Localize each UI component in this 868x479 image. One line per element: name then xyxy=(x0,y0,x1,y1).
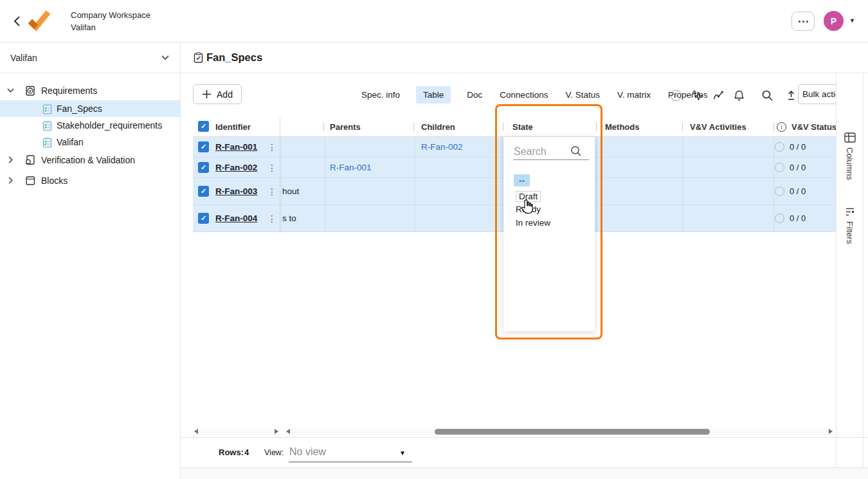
column-header-methods[interactable]: Methods xyxy=(605,122,639,132)
back-button[interactable] xyxy=(9,14,24,29)
column-header-children[interactable]: Children xyxy=(421,122,455,132)
rows-count-value: 4 xyxy=(244,447,249,457)
columns-panel-label: Columns xyxy=(845,147,854,180)
page-title: Fan_Specs xyxy=(206,51,262,64)
scroll-right-icon[interactable] xyxy=(829,429,833,434)
filters-panel-toggle[interactable]: Filters xyxy=(836,207,863,244)
vv-status-circle-icon xyxy=(775,186,784,196)
sidebar-item-label: Requirements xyxy=(41,86,97,96)
option-in-review[interactable]: In review xyxy=(516,218,550,228)
valispace-logo-icon[interactable] xyxy=(27,9,51,33)
user-avatar[interactable]: P xyxy=(824,11,844,31)
tab-doc[interactable]: Doc xyxy=(466,86,484,104)
chevron-down-icon[interactable] xyxy=(6,86,15,95)
tab-spec-info[interactable]: Spec. info xyxy=(360,86,401,104)
view-select-value: No view xyxy=(289,446,326,458)
spec-clipboard-icon xyxy=(42,104,52,114)
h-scrollbar-main[interactable] xyxy=(285,428,834,435)
cell-text-fragment: s to xyxy=(282,213,296,223)
header-info-icon[interactable]: i xyxy=(777,122,786,132)
cell-children[interactable]: R-Fan-002 xyxy=(421,142,463,152)
sidebar-item-blocks[interactable]: Blocks xyxy=(0,172,181,189)
spec-icon xyxy=(194,52,203,63)
spec-clipboard-icon xyxy=(42,120,52,131)
column-header-state[interactable]: State xyxy=(512,122,533,132)
row-menu-icon[interactable]: ⋮ xyxy=(267,213,276,224)
row-menu-icon[interactable]: ⋮ xyxy=(267,142,276,152)
identifier-link[interactable]: R-Fan-001 xyxy=(215,142,257,152)
export-icon[interactable] xyxy=(784,89,797,102)
blocks-icon xyxy=(24,175,36,186)
row-checkbox[interactable]: ✓ xyxy=(198,141,209,152)
cell-parents[interactable]: R-Fan-001 xyxy=(330,163,372,172)
verification-icon xyxy=(24,154,36,166)
sidebar-item-label: Blocks xyxy=(41,176,68,186)
project-selector[interactable]: Valifan xyxy=(0,42,180,73)
vv-status-circle-icon xyxy=(775,142,784,152)
cell-vv-status: 0 / 0 xyxy=(775,142,806,152)
identifier-link[interactable]: R-Fan-004 xyxy=(215,213,257,223)
ai-sparkles-icon[interactable] xyxy=(691,89,703,102)
identifier-link[interactable]: R-Fan-002 xyxy=(215,163,257,172)
workspace-name: Company Workspace xyxy=(71,9,150,21)
table-header: ✓ Identifier Parents Children State Meth… xyxy=(193,117,836,137)
view-label: View: xyxy=(264,448,284,457)
cell-vv-status: 0 / 0 xyxy=(775,163,806,172)
avatar-caret-icon[interactable]: ▼ xyxy=(849,17,855,24)
tab-table[interactable]: Table xyxy=(416,86,451,104)
vv-status-value: 0 / 0 xyxy=(790,213,806,223)
column-header-identifier[interactable]: Identifier xyxy=(215,122,251,132)
tab-connections[interactable]: Connections xyxy=(498,86,549,104)
analytics-chart-icon[interactable] xyxy=(712,89,725,102)
option-blank[interactable]: -- xyxy=(514,174,530,186)
column-header-vv-status[interactable]: V&V Status xyxy=(791,122,836,132)
scroll-left-icon[interactable] xyxy=(286,429,290,434)
ellipsis-icon xyxy=(799,21,800,23)
sidebar-item-fan-specs[interactable]: Fan_Specs xyxy=(0,100,181,117)
chevron-left-icon xyxy=(14,15,21,27)
vv-status-circle-icon xyxy=(775,163,784,172)
rows-count-label: Rows: xyxy=(219,447,244,457)
more-options-button[interactable] xyxy=(791,12,815,31)
scroll-right-icon[interactable] xyxy=(275,429,278,434)
footer-divider xyxy=(181,437,868,438)
select-all-checkbox[interactable]: ✓ xyxy=(198,121,209,132)
sidebar-item-label: Valifan xyxy=(57,137,84,147)
view-select[interactable]: No view ▼ xyxy=(289,444,412,462)
scrollbar-thumb[interactable] xyxy=(435,429,710,435)
row-checkbox[interactable]: ✓ xyxy=(198,186,209,197)
identifier-link[interactable]: R-Fan-003 xyxy=(215,186,257,196)
tab-v-status[interactable]: V. Status xyxy=(564,86,601,104)
scroll-left-icon[interactable] xyxy=(194,429,198,434)
spec-clipboard-icon xyxy=(42,137,52,148)
h-scrollbar-frozen[interactable] xyxy=(193,428,280,435)
sidebar: Valifan Requirements xyxy=(0,42,181,479)
column-header-parents[interactable]: Parents xyxy=(330,122,361,132)
row-menu-icon[interactable]: ⋮ xyxy=(267,186,276,197)
vv-status-value: 0 / 0 xyxy=(790,163,806,172)
row-checkbox[interactable]: ✓ xyxy=(198,162,209,173)
app-window: Company Workspace Valifan P ▼ Valifan xyxy=(0,0,868,479)
row-menu-icon[interactable]: ⋮ xyxy=(267,163,276,173)
column-header-vv-activities[interactable]: V&V Activities xyxy=(690,122,746,132)
cell-vv-status: 0 / 0 xyxy=(775,213,806,223)
add-button[interactable]: Add xyxy=(193,84,242,104)
chevron-right-icon[interactable] xyxy=(6,176,15,185)
sidebar-item-requirements[interactable]: Requirements xyxy=(0,82,181,99)
filters-panel-label: Filters xyxy=(845,221,854,244)
side-rail: Columns Filters xyxy=(836,73,863,467)
sidebar-item-stakeholder-requirements[interactable]: Stakeholder_requirements xyxy=(0,117,181,134)
bell-icon[interactable] xyxy=(732,89,745,102)
sidebar-item-verification-validation[interactable]: Verification & Validation xyxy=(0,152,181,168)
columns-panel-toggle[interactable]: Columns xyxy=(836,132,863,180)
chevron-down-icon xyxy=(161,55,170,60)
sidebar-item-label: Fan_Specs xyxy=(57,104,102,114)
tab-v-matrix[interactable]: V. matrix xyxy=(616,86,652,104)
sidebar-item-valifan[interactable]: Valifan xyxy=(0,134,181,150)
workspace-info: Company Workspace Valifan xyxy=(71,9,150,33)
row-checkbox[interactable]: ✓ xyxy=(198,213,209,224)
chevron-right-icon[interactable] xyxy=(6,156,15,164)
info-icon[interactable]: i xyxy=(669,89,682,102)
search-icon[interactable] xyxy=(761,89,773,102)
filter-icon xyxy=(845,207,855,217)
